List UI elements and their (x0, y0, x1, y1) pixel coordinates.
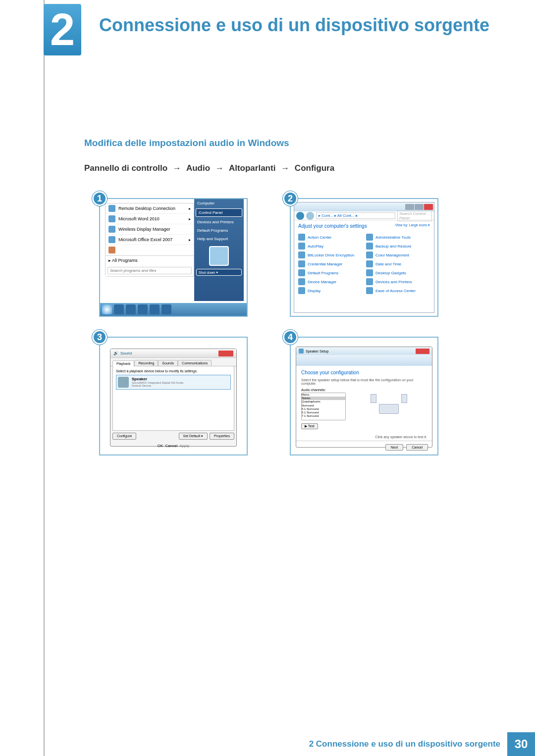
forward-icon[interactable] (306, 212, 314, 220)
taskbar-button[interactable] (161, 304, 171, 314)
address-bar: ▸ Cont... ▸ All Cont... ▸ Search Control… (294, 211, 434, 220)
cp-item[interactable]: Devices and Printers (366, 277, 430, 286)
chevron-right-icon: ▸ (189, 238, 191, 242)
cp-item-label: Backup and Restore (375, 244, 412, 249)
close-icon[interactable] (424, 204, 433, 210)
speaker-left-icon[interactable] (371, 394, 376, 403)
taskbar-button[interactable] (138, 304, 148, 314)
taskbar-button[interactable] (114, 304, 124, 314)
cp-item[interactable]: Action Center (298, 233, 362, 242)
cp-item-label: Device Manager (308, 280, 336, 284)
tab-playback[interactable]: Playback (112, 360, 134, 366)
playback-list: Select a playback device below to modify… (112, 366, 234, 431)
start-right-item[interactable]: Devices and Printers (194, 218, 244, 226)
cp-item[interactable]: Date and Time (366, 259, 430, 268)
dialog-toolbar: Configure Set Default ▾ Properties (110, 431, 236, 442)
page-number: 30 (507, 732, 535, 756)
cp-item[interactable]: Desktop Gadgets (366, 268, 430, 277)
cp-heading-row: Adjust your computer's settings View by:… (294, 220, 434, 232)
step-badge: 3 (92, 330, 107, 345)
start-menu-item[interactable] (106, 245, 194, 255)
cp-item[interactable]: AutoPlay (298, 242, 362, 251)
step-badge: 2 (283, 191, 298, 206)
close-icon[interactable] (218, 351, 233, 356)
apply-button[interactable]: Apply (179, 444, 189, 448)
playback-device[interactable]: Speaker SoundMAX Integrated Digital HD A… (116, 375, 231, 390)
footer-chapter-title: 2 Connessione e uso di un dispositivo so… (309, 739, 500, 749)
start-menu-item[interactable]: Microsoft Word 2010▸ (106, 214, 194, 224)
start-right-item[interactable]: Help and Support (194, 235, 244, 243)
app-icon (108, 226, 115, 233)
shutdown-label: Shut down (199, 271, 215, 274)
tab-strip: Playback Recording Sounds Communications (110, 358, 236, 366)
cancel-button[interactable]: Cancel (165, 444, 177, 448)
taskbar-button[interactable] (150, 304, 160, 314)
start-right-item[interactable]: Computer (194, 199, 244, 207)
view-by-dropdown[interactable]: View by: Large icons ▾ (395, 223, 430, 229)
speaker-device-icon (118, 377, 129, 388)
cp-item-label: Devices and Printers (375, 280, 412, 284)
wizard-footer: Next Cancel (296, 441, 432, 454)
display-icon (298, 287, 305, 294)
maximize-icon[interactable] (415, 204, 424, 210)
cp-item[interactable]: Device Manager (298, 277, 362, 286)
start-search[interactable] (106, 265, 194, 276)
tab-sounds[interactable]: Sounds (158, 360, 178, 366)
tab-recording[interactable]: Recording (134, 360, 158, 366)
configure-button[interactable]: Configure (112, 433, 136, 440)
arrow-icon: → (215, 163, 224, 173)
screenshot-step-4: 4 Speaker Setup Choose your configuratio… (290, 337, 446, 455)
speaker-icon (299, 349, 304, 353)
start-item-label: Microsoft Word 2010 (118, 216, 160, 221)
minimize-icon[interactable] (405, 204, 414, 210)
app-icon (108, 205, 115, 212)
start-right-item[interactable]: Default Programs (194, 226, 244, 235)
close-icon[interactable] (416, 349, 429, 354)
screenshot-step-3: 3 🔊 Sound Playback Recording Sounds Comm… (99, 337, 255, 455)
all-programs-label: All Programs (112, 258, 138, 263)
start-search-input[interactable] (107, 267, 192, 274)
start-menu-item[interactable]: Wireless Display Manager (106, 224, 194, 235)
speaker-right-icon[interactable] (401, 394, 407, 403)
taskbar-button[interactable] (126, 304, 136, 314)
cp-item[interactable]: Credential Manager (298, 259, 362, 268)
cp-item[interactable]: Color Management (366, 251, 430, 259)
cp-item[interactable]: Display (298, 286, 362, 295)
screenshot-step-2: 2 ▸ Cont... ▸ All Cont... ▸ Search Contr… (290, 198, 446, 317)
start-orb-icon[interactable] (102, 304, 112, 314)
audio-channels-list[interactable]: Mono Stereo Quadraphonic Surround 5.1 Su… (301, 393, 346, 420)
dialog-title: Speaker Setup (306, 350, 328, 353)
start-menu-item[interactable]: Microsoft Office Excel 2007▸ (106, 235, 194, 245)
back-icon[interactable] (296, 212, 304, 220)
ok-button[interactable]: OK (158, 444, 163, 448)
cp-item-label: Date and Time (375, 262, 401, 266)
search-input[interactable]: Search Control Panel (397, 210, 432, 221)
next-button[interactable]: Next (385, 444, 403, 451)
cancel-button[interactable]: Cancel (406, 444, 428, 451)
start-item-label: Remote Desktop Connection (118, 206, 175, 211)
start-item-label: Wireless Display Manager (118, 227, 170, 232)
backup-icon (366, 243, 373, 250)
cp-item[interactable]: Administrative Tools (366, 233, 430, 242)
start-right-item-selected[interactable]: Control Panel (196, 208, 242, 217)
all-programs[interactable]: ▸ All Programs (106, 255, 194, 265)
gadgets-icon (366, 269, 373, 276)
cp-item[interactable]: Ease of Access Center (366, 286, 430, 295)
dialog-title: Sound (120, 351, 132, 355)
tab-communications[interactable]: Communications (178, 360, 212, 366)
sound-dialog: 🔊 Sound Playback Recording Sounds Commun… (110, 349, 237, 447)
cp-item[interactable]: Backup and Restore (366, 242, 430, 251)
shutdown-button[interactable]: Shut down▸ (196, 269, 242, 276)
chapter-number-badge: 2 (44, 4, 81, 55)
test-button[interactable]: ▶ Test (301, 423, 318, 429)
screenshot-step-1: 1 Remote Desktop Connection▸ Microsoft W… (99, 198, 255, 317)
cp-item-label: Color Management (375, 253, 409, 257)
instruction-text: Select a playback device below to modify… (116, 369, 231, 373)
properties-button[interactable]: Properties (210, 433, 234, 440)
cp-item[interactable]: Default Programs (298, 268, 362, 277)
address-path[interactable]: ▸ Cont... ▸ All Cont... ▸ (316, 212, 395, 219)
start-menu-item[interactable]: Remote Desktop Connection▸ (106, 203, 194, 214)
printer-icon (366, 278, 373, 285)
cp-item[interactable]: BitLocker Drive Encryption (298, 251, 362, 259)
set-default-button[interactable]: Set Default ▾ (179, 433, 208, 440)
